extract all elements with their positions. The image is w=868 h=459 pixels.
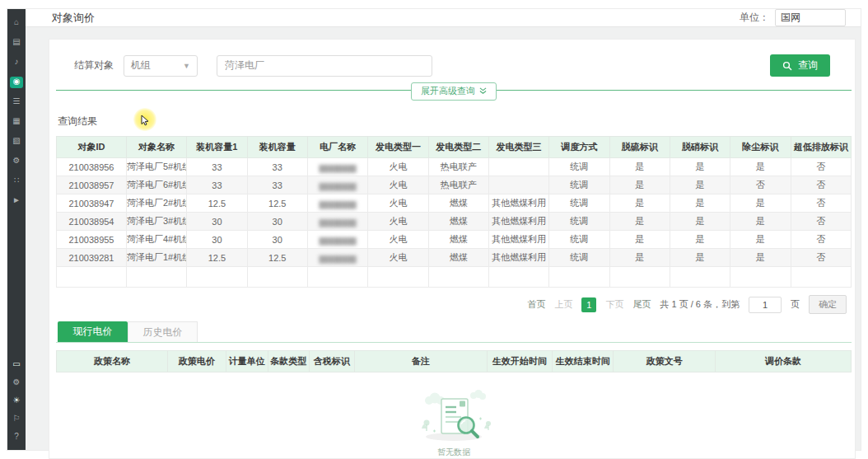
price-column-header: 计量单位 [226, 351, 268, 372]
table-row[interactable]: 210038957菏泽电厂6#机组3333████████火电热电联产统调是是否… [57, 176, 852, 194]
dashboard-icon[interactable]: ▦ [10, 116, 23, 128]
table-cell: 其他燃煤利用 [488, 249, 548, 267]
unit-label: 单位： [740, 11, 769, 25]
price-column-header: 备注 [354, 351, 487, 372]
advanced-search-label: 展开高级查询 [421, 85, 475, 97]
report-icon[interactable]: ♪ [10, 57, 23, 68]
tab-current-price[interactable]: 现行电价 [58, 321, 128, 342]
results-column-header: 调度方式 [549, 137, 609, 158]
tab-history-price[interactable]: 历史电价 [128, 321, 198, 342]
results-table: 对象ID对象名称装机容量1装机容量电厂名称发电类型一发电类型二发电类型三调度方式… [56, 136, 852, 288]
page-last-link[interactable]: 尾页 [632, 298, 651, 311]
price-column-header: 生效结束时间 [553, 351, 614, 372]
results-column-header: 发电类型一 [368, 137, 428, 158]
table-cell: 是 [609, 158, 670, 176]
table-cell: 火电 [368, 249, 428, 267]
table-cell: 210039281 [57, 249, 127, 267]
results-table-body: 210038956菏泽电厂5#机组3333████████火电热电联产统调是是是… [57, 158, 852, 288]
page-goto-input[interactable] [749, 297, 782, 313]
redacted-plant-name: ████████ [319, 201, 356, 208]
cursor-arrow-icon [141, 115, 150, 126]
table-cell: 菏泽电厂1#机组 [126, 249, 186, 267]
page-confirm-button[interactable]: 确定 [809, 295, 847, 314]
table-cell [428, 267, 488, 288]
table-cell: 是 [730, 231, 791, 249]
table-row[interactable]: 210038954菏泽电厂3#机组3030████████火电燃煤其他燃煤利用统… [57, 213, 852, 231]
keyword-input[interactable] [217, 55, 432, 77]
table-cell: 是 [730, 194, 791, 213]
settlement-type-select[interactable]: 机组 ▼ [124, 55, 198, 77]
app-window: ⌂▤♪◉☰▦▧⚙∷► ▭⚙☀⚐? 对象询价 单位： 结算对象 机组 ▼ [7, 8, 861, 451]
table-row[interactable]: 210038956菏泽电厂5#机组3333████████火电热电联产统调是是是… [57, 158, 852, 176]
unit-input[interactable] [775, 9, 846, 26]
sidebar: ⌂▤♪◉☰▦▧⚙∷► ▭⚙☀⚐? [7, 9, 26, 450]
page-current[interactable]: 1 [581, 297, 596, 312]
price-column-header: 调价条款 [715, 351, 851, 372]
monitor-icon[interactable]: ▭ [10, 359, 23, 371]
table-row[interactable]: 210038947菏泽电厂2#机组12.512.5████████火电燃煤其他燃… [57, 194, 852, 213]
table-cell: 否 [791, 158, 851, 176]
chevron-down-icon: ▼ [183, 62, 190, 70]
archive-icon[interactable]: ▧ [10, 136, 23, 148]
workbench-icon[interactable]: ⌂ [10, 17, 23, 29]
select-value: 机组 [131, 59, 151, 73]
table-cell: 其他燃煤利用 [488, 231, 548, 249]
table-cell: ████████ [307, 194, 367, 213]
table-cell: 是 [670, 213, 730, 231]
table-cell: ████████ [307, 176, 367, 194]
table-cell: 是 [609, 231, 670, 249]
table-cell: 30 [187, 213, 247, 231]
table-cell: 30 [247, 213, 307, 231]
files-icon[interactable]: ▤ [10, 37, 23, 49]
table-cell [247, 267, 307, 288]
table-cell: 菏泽电厂2#机组 [126, 194, 186, 213]
empty-state: 暂无数据 [56, 386, 852, 458]
table-cell: 火电 [368, 213, 428, 231]
results-column-header: 装机容量 [247, 137, 307, 158]
table-cell: 热电联产 [428, 158, 488, 176]
settings-icon[interactable]: ⚙ [10, 156, 23, 167]
pin-icon[interactable]: ► [10, 195, 23, 207]
expand-advanced-search-button[interactable]: 展开高级查询 [411, 82, 497, 101]
table-cell: 33 [187, 158, 247, 176]
inquiry-icon[interactable]: ◉ [10, 77, 23, 88]
price-tabs: 现行电价历史电价 [56, 321, 852, 343]
help-icon[interactable]: ? [10, 432, 23, 443]
table-cell [488, 267, 548, 288]
mouse-cursor-highlight [133, 108, 156, 131]
table-cell: 否 [791, 176, 851, 194]
page-prev-link[interactable]: 上页 [554, 298, 572, 311]
table-row[interactable]: 210038955菏泽电厂4#机组3030████████火电燃煤其他燃煤利用统… [57, 231, 852, 249]
table-cell: ████████ [307, 231, 367, 249]
results-table-header-row: 对象ID对象名称装机容量1装机容量电厂名称发电类型一发电类型二发电类型三调度方式… [57, 137, 852, 158]
table-cell: 火电 [368, 231, 428, 249]
redacted-plant-name: ████████ [319, 255, 356, 263]
table-cell: 统调 [549, 213, 609, 231]
table-cell: 33 [247, 158, 307, 176]
results-section-title: 查询结果 [58, 115, 852, 129]
table-cell: 菏泽电厂5#机组 [126, 158, 186, 176]
price-column-header: 政策名称 [57, 351, 168, 372]
more-dots-icon[interactable]: ∷ [10, 176, 23, 187]
table-cell: ████████ [307, 213, 367, 231]
price-column-header: 政策电价 [168, 351, 226, 372]
table-cell: 菏泽电厂3#机组 [126, 213, 186, 231]
table-row[interactable] [57, 267, 852, 288]
advanced-search-divider: 展开高级查询 [56, 90, 852, 98]
page-next-link[interactable]: 下页 [605, 298, 623, 311]
table-cell: 12.5 [247, 194, 307, 213]
gear-icon[interactable]: ⚙ [10, 377, 23, 389]
search-icon [782, 61, 792, 71]
list-icon[interactable]: ☰ [10, 96, 23, 108]
search-button[interactable]: 查询 [770, 54, 830, 77]
table-row[interactable]: 210039281菏泽电厂1#机组12.512.5████████火电燃煤其他燃… [57, 249, 852, 267]
theme-sun-icon[interactable]: ☀ [10, 396, 23, 407]
table-cell: 燃煤 [428, 249, 488, 267]
double-chevron-down-icon [479, 87, 487, 95]
bell-icon[interactable]: ⚐ [10, 414, 23, 425]
table-cell [549, 267, 609, 288]
table-cell: 30 [247, 231, 307, 249]
table-cell: ████████ [307, 249, 367, 267]
page-first-link[interactable]: 首页 [527, 298, 545, 311]
table-cell: 火电 [368, 158, 428, 176]
